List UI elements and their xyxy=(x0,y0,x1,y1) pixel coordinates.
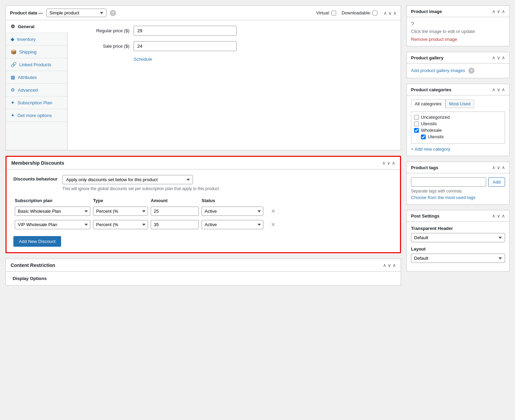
content-restriction-section: Content Restriction ∧ ∨ ∧ Display Option… xyxy=(5,259,401,285)
category-list: Uncategorized Utensils Wholesale Utensil… xyxy=(411,112,505,144)
virtual-checkbox[interactable] xyxy=(331,11,336,15)
product-image-close[interactable]: ∧ xyxy=(502,9,505,14)
remove-product-image-link[interactable]: Remove product image xyxy=(411,37,457,42)
product-tags-body: Add Separate tags with commas Choose fro… xyxy=(407,173,509,204)
schedule-link[interactable]: Schedule xyxy=(134,57,394,62)
discount-table: Subscription plan Type Amount Status Bas… xyxy=(13,198,393,229)
tags-down[interactable]: ∨ xyxy=(497,165,500,170)
product-data-body: ⚙ General ◆ Inventory 📦 Shipping 🔗 Linke… xyxy=(5,20,401,150)
product-gallery-body: Add product gallery images ? xyxy=(407,63,509,78)
categories-up[interactable]: ∧ xyxy=(492,87,495,92)
layout-select[interactable]: Default Full Width Boxed xyxy=(411,254,505,263)
list-item: Uncategorized xyxy=(414,115,502,120)
tags-up[interactable]: ∧ xyxy=(492,165,495,170)
sidebar-item-attributes[interactable]: ▦ Attributes xyxy=(6,71,67,84)
header-status: Status xyxy=(202,198,263,203)
behaviour-select[interactable]: Apply only discounts set below for this … xyxy=(62,175,193,184)
collapse-close-btn[interactable]: ∧ xyxy=(393,10,397,16)
regular-price-input[interactable] xyxy=(134,26,237,36)
status-select-1[interactable]: Active Inactive xyxy=(202,207,263,216)
transparent-header-select[interactable]: Default Yes No xyxy=(411,233,505,242)
categories-down[interactable]: ∨ xyxy=(497,87,500,92)
product-image-down[interactable]: ∨ xyxy=(497,9,500,14)
sale-price-row: Sale price ($) xyxy=(75,41,394,51)
gallery-help-icon[interactable]: ? xyxy=(468,68,474,74)
product-image-arrows: ∧ ∨ ∧ xyxy=(492,9,505,14)
cr-collapse-close[interactable]: ∧ xyxy=(392,262,396,268)
post-settings-down[interactable]: ∨ xyxy=(497,213,500,219)
choose-tags-link[interactable]: Choose from the most used tags xyxy=(411,195,476,200)
uncategorized-label: Uncategorized xyxy=(421,115,450,120)
membership-collapse-down[interactable]: ∨ xyxy=(387,160,390,166)
post-settings-box: Post Settings ∧ ∨ ∧ Transparent Header D… xyxy=(407,210,510,271)
membership-discounts-header: Membership Discounts ∧ ∨ ∧ xyxy=(7,157,400,170)
add-new-category-link[interactable]: + Add new category xyxy=(411,147,450,152)
list-item: Wholesale xyxy=(414,128,502,133)
post-settings-arrows: ∧ ∨ ∧ xyxy=(492,213,505,219)
status-select-2[interactable]: Active Inactive xyxy=(202,220,263,229)
add-gallery-link[interactable]: Add product gallery images xyxy=(411,68,465,73)
membership-collapse-up[interactable]: ∧ xyxy=(382,160,386,166)
amount-input-2[interactable] xyxy=(151,220,199,229)
most-used-tab[interactable]: Most Used xyxy=(445,100,474,108)
type-select-1[interactable]: Percent (% Fixed ($) xyxy=(93,207,148,216)
all-categories-tab[interactable]: All categories xyxy=(411,100,445,108)
table-row: Basic Wholesale Plan VIP Wholesale Plan … xyxy=(13,207,393,216)
remove-row-2-btn[interactable]: ✕ xyxy=(266,221,280,229)
sidebar-item-inventory[interactable]: ◆ Inventory xyxy=(6,33,67,46)
product-type-select[interactable]: Simple product Variable product Grouped … xyxy=(46,9,106,17)
sidebar-item-subscription-plan[interactable]: ✦ Subscription Plan xyxy=(6,96,67,109)
plan-select-2[interactable]: Basic Wholesale Plan VIP Wholesale Plan … xyxy=(15,220,90,229)
product-categories-title: Product categories xyxy=(411,87,451,92)
utensils-sub-label: Utensils xyxy=(428,134,444,139)
collapse-down-btn[interactable]: ∨ xyxy=(388,10,392,16)
header-amount: Amount xyxy=(151,198,199,203)
sale-price-input[interactable] xyxy=(134,41,237,51)
sale-price-label: Sale price ($) xyxy=(75,44,129,49)
right-sidebar: Product image ∧ ∨ ∧ ? Click the image to… xyxy=(407,5,510,285)
sidebar-item-general[interactable]: ⚙ General xyxy=(6,20,68,33)
sidebar-item-get-more-options[interactable]: ✦ Get more options xyxy=(6,109,67,122)
tags-note: Separate tags with commas xyxy=(411,189,505,194)
remove-row-1-btn[interactable]: ✕ xyxy=(266,207,280,215)
post-settings-up[interactable]: ∧ xyxy=(492,213,495,219)
membership-discounts-body: Discounts behaviour Apply only discounts… xyxy=(7,170,400,252)
sidebar-item-shipping[interactable]: 📦 Shipping xyxy=(6,46,67,58)
plan-select-1[interactable]: Basic Wholesale Plan VIP Wholesale Plan … xyxy=(15,207,90,216)
utensils-checkbox[interactable] xyxy=(414,121,419,126)
behaviour-note: This will ignore the global discounts se… xyxy=(62,186,219,191)
tags-close[interactable]: ∧ xyxy=(502,165,505,170)
uncategorized-checkbox[interactable] xyxy=(414,115,419,120)
sidebar-item-advanced[interactable]: ⚙ Advanced xyxy=(6,84,67,96)
add-tag-button[interactable]: Add xyxy=(488,177,505,187)
type-select-2[interactable]: Percent (% Fixed ($) xyxy=(93,220,148,229)
wholesale-checkbox[interactable] xyxy=(414,128,419,133)
header-plan: Subscription plan xyxy=(15,198,90,203)
downloadable-checkbox[interactable] xyxy=(373,11,377,15)
cr-collapse-down[interactable]: ∨ xyxy=(388,262,391,268)
virtual-label[interactable]: Virtual: xyxy=(316,10,336,15)
categories-close[interactable]: ∧ xyxy=(502,87,505,92)
product-tags-title: Product tags xyxy=(411,165,438,170)
collapse-up-btn[interactable]: ∧ xyxy=(384,10,387,16)
product-gallery-title: Product gallery xyxy=(411,55,444,60)
add-new-discount-button[interactable]: Add New Discount xyxy=(13,236,61,247)
product-image-up[interactable]: ∧ xyxy=(492,9,495,14)
product-categories-box: Product categories ∧ ∨ ∧ All categories … xyxy=(407,84,510,156)
product-categories-arrows: ∧ ∨ ∧ xyxy=(492,87,505,92)
post-settings-close[interactable]: ∧ xyxy=(502,213,505,219)
sidebar-item-linked-products[interactable]: 🔗 Linked Products xyxy=(6,58,67,71)
membership-collapse-close[interactable]: ∧ xyxy=(392,160,395,166)
gallery-down[interactable]: ∨ xyxy=(497,55,500,60)
content-restriction-arrows: ∧ ∨ ∧ xyxy=(383,262,396,268)
product-type-help-icon[interactable]: ? xyxy=(110,10,116,16)
amount-input-1[interactable] xyxy=(151,207,199,216)
cr-collapse-up[interactable]: ∧ xyxy=(383,262,386,268)
content-restriction-body: Display Options xyxy=(6,271,401,285)
utensils-sub-checkbox[interactable] xyxy=(421,135,426,139)
gallery-up[interactable]: ∧ xyxy=(492,55,495,60)
gallery-close[interactable]: ∧ xyxy=(502,55,505,60)
click-to-edit-text: Click the image to edit or update xyxy=(411,29,505,34)
tags-input[interactable] xyxy=(411,177,486,187)
downloadable-label[interactable]: Downloadable: xyxy=(342,10,377,15)
